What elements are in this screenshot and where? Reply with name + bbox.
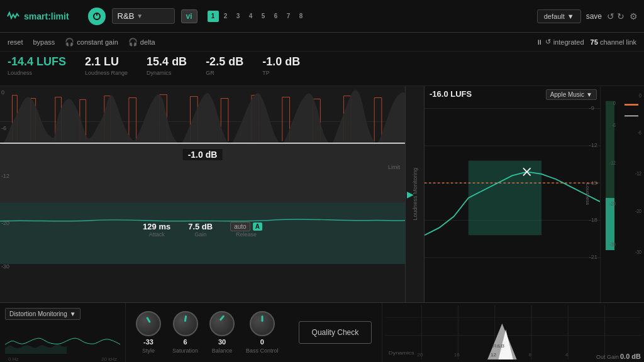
- release-param: auto A Release: [230, 222, 262, 238]
- auto-badge: auto: [230, 222, 250, 231]
- num-btn-2[interactable]: 2: [220, 11, 231, 22]
- platform-arrow-icon: ▼: [586, 91, 592, 98]
- svg-text:-12: -12: [589, 141, 597, 148]
- num-btn-7[interactable]: 7: [283, 11, 294, 22]
- mini-waveform-svg: [5, 322, 120, 354]
- gain-param: 7.5 dB Gain: [188, 222, 213, 238]
- svg-text:8: 8: [529, 353, 532, 358]
- saturation-knob[interactable]: [173, 311, 198, 336]
- channel-number: 75: [591, 38, 598, 46]
- style-knob-item: -33 Style: [136, 311, 161, 354]
- dynamics-meter: 15.4 dB Dynamics: [147, 55, 187, 76]
- undo-redo-buttons[interactable]: ↺ ↻: [607, 11, 625, 21]
- num-btn-6[interactable]: 6: [270, 11, 282, 22]
- balance-value: 30: [218, 338, 226, 346]
- gain-value: 7.5 dB: [188, 222, 213, 231]
- channel-link-label: channel link: [600, 38, 636, 46]
- num-btn-3[interactable]: 3: [233, 11, 244, 22]
- dynamics-bottom-svg: 20 16 12 8 4 Dynamics R&B: [385, 305, 641, 359]
- bypass-button[interactable]: bypass: [33, 38, 55, 46]
- loudness-range-meter: 2.1 LU Loudness Range: [85, 55, 128, 76]
- style-label: Style: [142, 348, 155, 354]
- mini-waveform: 0 Hz 20 kHz: [5, 322, 120, 362]
- loudness-range-value: 2.1 LU: [85, 55, 128, 69]
- bass-control-value: 0: [260, 338, 264, 346]
- refresh-icon[interactable]: ↺: [545, 38, 551, 46]
- gr-label: GR: [206, 70, 243, 76]
- redo-icon[interactable]: ↻: [617, 11, 625, 21]
- vi-button[interactable]: vi: [181, 9, 197, 23]
- num-btn-5[interactable]: 5: [258, 11, 269, 22]
- preset-dropdown[interactable]: R&B ▼: [112, 8, 175, 24]
- waveform-section: 0 -6 -12 -20 -30 -1.0 dB Limit 129 ms At…: [0, 86, 405, 302]
- attack-value: 129 ms: [143, 222, 170, 231]
- a-badge: A: [253, 222, 262, 231]
- right-far-panel: 0 -6 -12 -20 -30: [619, 86, 644, 302]
- svg-text:-30: -30: [635, 249, 641, 255]
- default-label: default: [544, 13, 565, 20]
- secondary-bar: reset bypass 🎧 constant gain 🎧 delta ⏸ ↺…: [0, 33, 644, 52]
- constant-gain-toggle[interactable]: 🎧 constant gain: [65, 38, 118, 47]
- platform-dropdown[interactable]: Apple Music ▼: [546, 89, 597, 100]
- preset-label: R&B: [118, 11, 135, 21]
- db-label-minus30: -30: [1, 263, 9, 270]
- logo-text: smart:limit: [24, 11, 69, 21]
- distortion-dropdown[interactable]: Distortion Monitoring ▼: [5, 308, 80, 320]
- distortion-panel: Distortion Monitoring ▼ 0 Hz 20 kHz: [0, 303, 126, 362]
- style-knob[interactable]: [136, 311, 161, 336]
- bass-control-knob[interactable]: [250, 311, 275, 336]
- undo-icon[interactable]: ↺: [607, 11, 614, 21]
- balance-knob-item: 30 Balance: [209, 311, 235, 354]
- db-label-minus12: -12: [1, 173, 9, 179]
- svg-text:-21: -21: [589, 253, 597, 260]
- svg-text:-20: -20: [609, 200, 616, 207]
- attack-param: 129 ms Attack: [143, 222, 170, 238]
- svg-text:-30: -30: [609, 241, 616, 248]
- reset-button[interactable]: reset: [8, 38, 23, 46]
- release-value-row: auto A: [230, 222, 262, 231]
- headphone-icon: 🎧: [65, 38, 74, 47]
- constant-gain-label: constant gain: [77, 38, 118, 46]
- out-gain-label: Out Gain: [596, 354, 619, 360]
- bottom-section: Distortion Monitoring ▼ 0 Hz 20 kHz -33 …: [0, 302, 644, 362]
- meters-bar: -14.4 LUFS Loudness 2.1 LU Loudness Rang…: [0, 52, 644, 86]
- right-top: -9 -12 -15 -18 -21: [425, 86, 644, 302]
- svg-text:12: 12: [491, 353, 496, 358]
- balance-label: Balance: [212, 348, 233, 354]
- headphone2-icon: 🎧: [128, 38, 138, 47]
- gr-meter: -2.5 dB GR: [206, 55, 243, 76]
- freq-end: 20 kHz: [101, 356, 117, 362]
- loudness-meter: -14.4 LUFS Loudness: [8, 55, 66, 76]
- dynamics-value: 15.4 dB: [147, 55, 187, 69]
- quality-check-button[interactable]: Quality Check: [299, 321, 372, 344]
- delta-toggle[interactable]: 🎧 delta: [128, 38, 155, 47]
- loudness-monitoring-label: Loudness Monitoring: [412, 168, 418, 221]
- db-label-minus6: -6: [1, 125, 6, 131]
- svg-text:Dynamics: Dynamics: [389, 350, 414, 356]
- bass-control-label: Bass Control: [246, 348, 279, 354]
- svg-text:-18: -18: [589, 216, 597, 223]
- svg-text:R&B: R&B: [492, 343, 504, 349]
- num-btn-8[interactable]: 8: [296, 11, 307, 22]
- num-btn-1[interactable]: 1: [208, 11, 219, 22]
- integrated-area: ⏸ ↺ integrated: [536, 38, 584, 46]
- num-btn-4[interactable]: 4: [245, 11, 257, 22]
- settings-icon[interactable]: ⚙: [630, 11, 638, 21]
- release-label: Release: [236, 231, 257, 238]
- attack-label: Attack: [149, 231, 165, 238]
- freq-start: 0 Hz: [8, 356, 18, 362]
- svg-text:-12: -12: [635, 171, 641, 177]
- svg-text:-6: -6: [637, 130, 641, 136]
- lufs-value: -16.0 LUFS: [430, 89, 472, 99]
- pause-icon[interactable]: ⏸: [536, 38, 543, 46]
- right-meter-panel: 0 -6 -12 -20 -30: [600, 86, 619, 302]
- logo-icon: [6, 9, 20, 23]
- power-button[interactable]: [88, 8, 106, 25]
- out-gain-value: 0.0 dB: [620, 353, 641, 360]
- default-dropdown[interactable]: default ▼: [537, 9, 581, 23]
- saturation-value: 6: [183, 338, 187, 346]
- balance-knob[interactable]: [209, 311, 235, 336]
- saturation-label: Saturation: [172, 348, 198, 354]
- gain-label: Gain: [194, 231, 206, 238]
- save-button[interactable]: save: [586, 12, 602, 21]
